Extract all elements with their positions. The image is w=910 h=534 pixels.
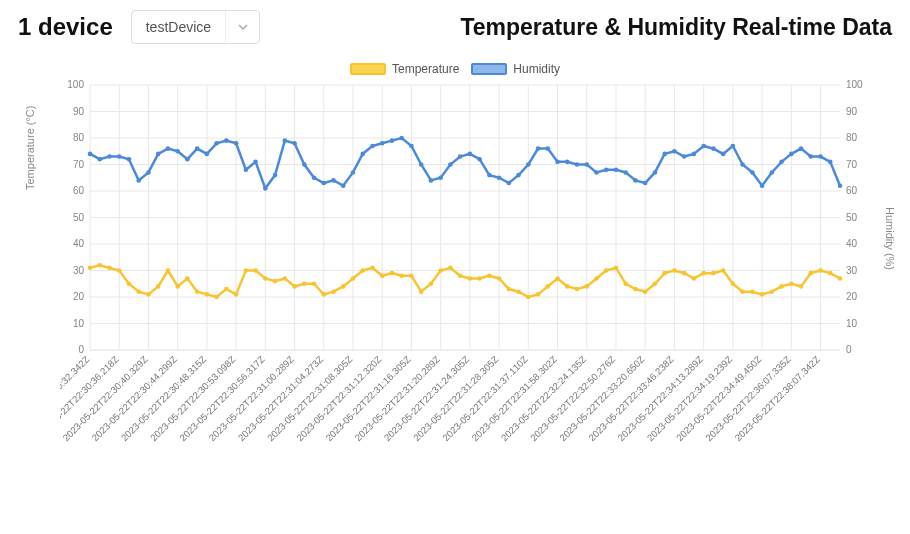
- y-axis-left-label: Temperature (°C): [24, 106, 36, 190]
- svg-text:30: 30: [73, 265, 85, 276]
- svg-point-104: [516, 289, 521, 294]
- svg-point-135: [818, 268, 823, 273]
- svg-point-75: [234, 292, 239, 297]
- svg-point-143: [136, 178, 141, 183]
- svg-point-139: [97, 157, 102, 162]
- svg-point-167: [370, 144, 375, 149]
- svg-point-174: [438, 175, 443, 180]
- svg-point-199: [682, 154, 687, 159]
- svg-point-184: [536, 146, 541, 151]
- svg-point-83: [312, 281, 317, 286]
- svg-point-125: [721, 268, 726, 273]
- svg-text:100: 100: [846, 80, 863, 90]
- svg-point-74: [224, 287, 229, 292]
- svg-point-141: [117, 154, 122, 159]
- svg-text:10: 10: [73, 318, 85, 329]
- svg-point-85: [331, 289, 336, 294]
- svg-point-121: [682, 271, 687, 276]
- svg-point-207: [760, 183, 765, 188]
- svg-point-91: [390, 271, 395, 276]
- svg-point-140: [107, 154, 112, 159]
- svg-text:90: 90: [846, 106, 858, 117]
- svg-point-196: [653, 170, 658, 175]
- svg-point-101: [487, 274, 492, 279]
- svg-point-175: [448, 162, 453, 167]
- svg-point-214: [828, 160, 833, 165]
- svg-point-63: [117, 268, 122, 273]
- svg-point-99: [468, 276, 473, 281]
- svg-point-170: [399, 136, 404, 141]
- device-select-value: testDevice: [132, 19, 225, 35]
- svg-point-113: [604, 268, 609, 273]
- legend: Temperature Humidity: [0, 62, 910, 76]
- legend-item-humidity[interactable]: Humidity: [471, 62, 560, 76]
- svg-point-151: [214, 141, 219, 146]
- svg-point-201: [701, 144, 706, 149]
- svg-point-97: [448, 266, 453, 271]
- chevron-down-icon[interactable]: [225, 11, 259, 43]
- svg-point-193: [623, 170, 628, 175]
- legend-swatch-temperature: [350, 63, 386, 75]
- svg-point-79: [273, 279, 278, 284]
- svg-point-81: [292, 284, 297, 289]
- svg-point-127: [740, 289, 745, 294]
- svg-point-182: [516, 173, 521, 178]
- svg-point-136: [828, 271, 833, 276]
- svg-point-106: [536, 292, 541, 297]
- svg-point-94: [419, 289, 424, 294]
- svg-point-195: [643, 181, 648, 186]
- svg-point-154: [244, 168, 249, 173]
- legend-label-humidity: Humidity: [513, 62, 560, 76]
- legend-label-temperature: Temperature: [392, 62, 459, 76]
- svg-point-172: [419, 162, 424, 167]
- svg-point-176: [458, 154, 463, 159]
- series-line-humidity: [90, 138, 840, 188]
- svg-point-179: [487, 173, 492, 178]
- device-select[interactable]: testDevice: [131, 10, 260, 44]
- svg-point-124: [711, 271, 716, 276]
- svg-point-203: [721, 152, 726, 157]
- svg-point-186: [555, 160, 560, 165]
- svg-point-173: [429, 178, 434, 183]
- svg-point-86: [341, 284, 346, 289]
- svg-point-183: [526, 162, 531, 167]
- svg-point-178: [477, 157, 482, 162]
- svg-point-180: [497, 175, 502, 180]
- svg-point-162: [321, 181, 326, 186]
- svg-point-166: [360, 152, 365, 157]
- svg-point-82: [302, 281, 307, 286]
- legend-item-temperature[interactable]: Temperature: [350, 62, 459, 76]
- svg-point-60: [88, 266, 93, 271]
- svg-point-160: [302, 162, 307, 167]
- svg-point-137: [838, 276, 843, 281]
- svg-point-119: [662, 271, 667, 276]
- svg-point-209: [779, 160, 784, 165]
- svg-point-192: [614, 168, 619, 173]
- svg-point-87: [351, 276, 356, 281]
- svg-point-105: [526, 295, 531, 300]
- svg-point-133: [799, 284, 804, 289]
- svg-point-134: [808, 271, 813, 276]
- svg-point-71: [195, 289, 200, 294]
- svg-point-145: [156, 152, 161, 157]
- svg-point-73: [214, 295, 219, 300]
- svg-point-67: [156, 284, 161, 289]
- svg-point-187: [565, 160, 570, 165]
- svg-point-98: [458, 274, 463, 279]
- svg-point-206: [750, 170, 755, 175]
- svg-point-108: [555, 276, 560, 281]
- svg-point-200: [692, 152, 697, 157]
- svg-text:10: 10: [846, 318, 858, 329]
- series-line-temperature: [90, 265, 840, 297]
- svg-point-177: [468, 152, 473, 157]
- svg-point-168: [380, 141, 385, 146]
- svg-point-89: [370, 266, 375, 271]
- chart-title: Temperature & Humidity Real-time Data: [460, 14, 892, 41]
- svg-point-197: [662, 152, 667, 157]
- svg-point-120: [672, 268, 677, 273]
- svg-text:90: 90: [73, 106, 85, 117]
- svg-point-114: [614, 266, 619, 271]
- svg-point-117: [643, 289, 648, 294]
- svg-text:40: 40: [846, 238, 858, 249]
- svg-point-190: [594, 170, 599, 175]
